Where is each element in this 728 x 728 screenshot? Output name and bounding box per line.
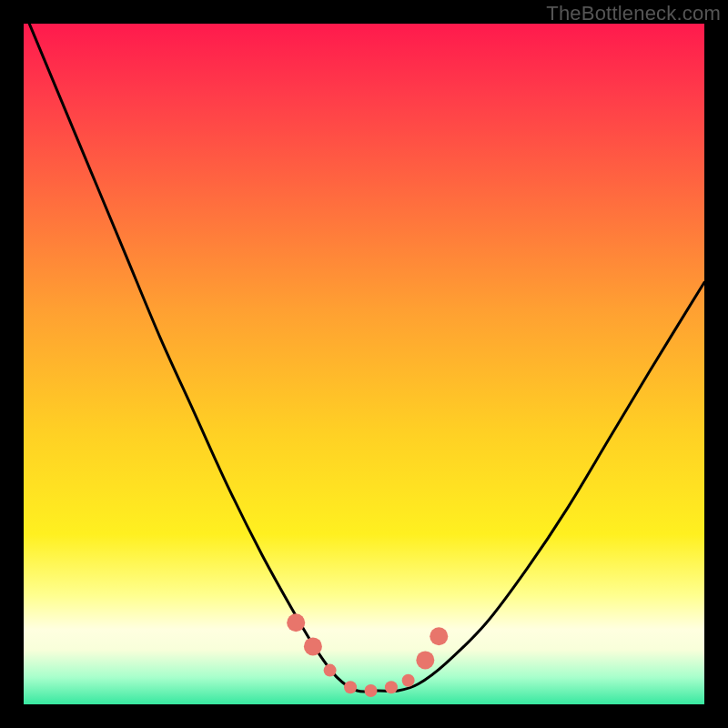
curve-marker (416, 651, 434, 669)
curve-marker (287, 613, 305, 632)
curve-marker (304, 637, 322, 655)
curve-marker (344, 681, 357, 693)
curve-marker (385, 681, 398, 693)
curve-marker (364, 684, 377, 697)
curve-marker (402, 674, 415, 687)
plot-area (24, 24, 704, 704)
watermark-text: TheBottleneck.com (546, 2, 721, 25)
curve-marker (324, 664, 337, 677)
bottleneck-curve (24, 24, 704, 704)
curve-marker (430, 627, 448, 645)
